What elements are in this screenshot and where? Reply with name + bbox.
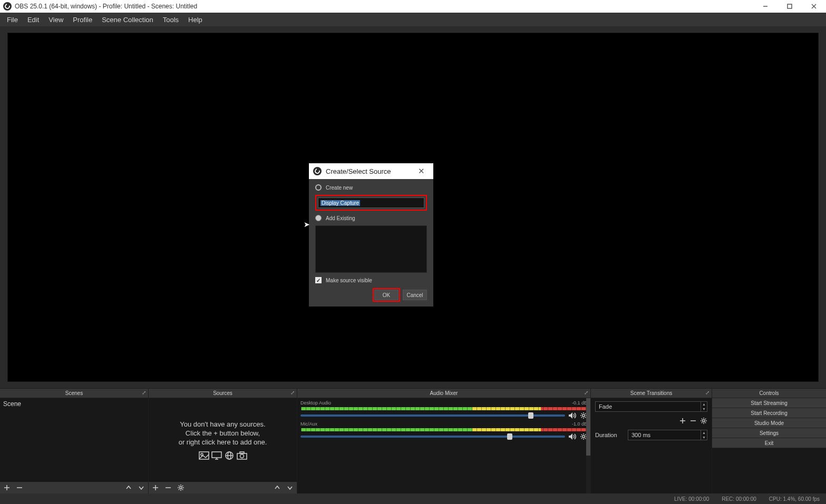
svg-point-17 — [240, 454, 244, 458]
dock-popout-icon[interactable]: ⤢ — [705, 390, 710, 396]
menu-tools[interactable]: Tools — [158, 14, 183, 25]
mixer-channel-db: -1.0 dB — [572, 421, 587, 427]
transition-remove-button[interactable] — [689, 417, 697, 424]
menu-edit[interactable]: Edit — [23, 14, 44, 25]
mixer-scrollbar[interactable] — [586, 398, 590, 493]
scene-list-item[interactable]: Scene — [0, 398, 148, 410]
radio-icon — [315, 184, 322, 191]
menu-file[interactable]: File — [2, 14, 23, 25]
mixer-volume-slider[interactable] — [300, 414, 565, 417]
status-live: LIVE: 00:00:00 — [674, 496, 709, 502]
existing-sources-list[interactable] — [315, 225, 427, 273]
create-select-source-dialog: Create/Select Source ✕ Create new Displa… — [309, 163, 433, 307]
menu-scene-collection[interactable]: Scene Collection — [97, 14, 158, 25]
svg-marker-22 — [569, 412, 572, 419]
svg-point-23 — [582, 414, 585, 417]
transition-add-button[interactable] — [679, 417, 686, 424]
dock-sources-title: Sources — [213, 390, 232, 396]
exit-button[interactable]: Exit — [712, 438, 826, 448]
dock-transitions-title: Scene Transitions — [630, 390, 673, 396]
window-title: OBS 25.0.1 (64-bit, windows) - Profile: … — [15, 3, 753, 10]
speaker-icon[interactable] — [568, 433, 577, 440]
dock-popout-icon[interactable]: ⤢ — [584, 390, 588, 396]
scene-remove-button[interactable] — [16, 484, 23, 491]
mixer-volume-slider[interactable] — [300, 436, 565, 438]
browser-source-icon — [224, 451, 235, 460]
dock-controls-title: Controls — [759, 390, 779, 396]
radio-icon — [315, 215, 322, 221]
sources-empty-line1: You don't have any sources. — [180, 420, 265, 428]
create-new-radio[interactable]: Create new — [315, 184, 427, 191]
window-close-button[interactable] — [802, 0, 826, 13]
transition-duration-value: 300 ms — [631, 432, 650, 438]
ok-button[interactable]: OK — [374, 290, 399, 300]
svg-point-21 — [180, 487, 182, 489]
transition-select[interactable]: Fade ▲▼ — [595, 401, 707, 412]
svg-point-29 — [703, 420, 705, 422]
svg-rect-16 — [240, 452, 244, 453]
obs-logo-icon — [3, 2, 12, 11]
transition-duration-label: Duration — [595, 432, 625, 438]
svg-point-8 — [201, 453, 203, 456]
create-new-label: Create new — [326, 185, 353, 191]
window-minimize-button[interactable] — [753, 0, 778, 13]
display-source-icon — [211, 451, 222, 460]
dialog-close-button[interactable]: ✕ — [413, 166, 429, 176]
dock-popout-icon[interactable]: ⤢ — [142, 390, 146, 396]
window-maximize-button[interactable] — [778, 0, 802, 13]
speaker-icon[interactable] — [568, 412, 577, 419]
mixer-channel-name: Mic/Aux — [300, 421, 317, 427]
mixer-channel-mic-aux: Mic/Aux-1.0 dB — [300, 421, 587, 440]
make-source-visible-checkbox[interactable]: ✓ Make source visible — [315, 277, 427, 283]
source-move-down-button[interactable] — [286, 484, 294, 491]
dock-popout-icon[interactable]: ⤢ — [290, 390, 295, 396]
settings-button[interactable]: Settings — [712, 428, 826, 438]
status-rec: REC: 00:00:00 — [722, 496, 756, 502]
menu-profile[interactable]: Profile — [68, 14, 97, 25]
source-name-input[interactable]: Display Capture — [318, 197, 424, 208]
dock-scene-transitions: Scene Transitions⤢ Fade ▲▼ Duration 300 … — [591, 389, 712, 493]
start-recording-button[interactable]: Start Recording — [712, 408, 826, 418]
scene-move-down-button[interactable] — [138, 484, 145, 491]
checkbox-icon: ✓ — [315, 277, 322, 283]
scene-add-button[interactable] — [3, 484, 11, 491]
dialog-title: Create/Select Source — [326, 167, 391, 175]
dock-mixer-title: Audio Mixer — [430, 390, 458, 396]
dock-audio-mixer: Audio Mixer⤢ Desktop Audio-0.1 dB Mic/A — [297, 389, 591, 493]
mixer-level-meter — [300, 428, 587, 432]
menu-view[interactable]: View — [44, 14, 68, 25]
sources-list[interactable]: You don't have any sources. Click the + … — [149, 398, 297, 482]
mixer-channel-db: -0.1 dB — [572, 400, 587, 406]
dock-sources: Sources⤢ You don't have any sources. Cli… — [149, 389, 297, 493]
svg-rect-1 — [788, 4, 792, 8]
dock-scenes: Scenes⤢ Scene — [0, 389, 149, 493]
status-cpu: CPU: 1.4%, 60.00 fps — [769, 496, 820, 502]
gear-icon[interactable] — [700, 417, 707, 424]
source-remove-button[interactable] — [164, 484, 172, 491]
source-properties-button[interactable] — [177, 484, 184, 491]
dock-controls: Controls Start Streaming Start Recording… — [712, 389, 826, 493]
annotation-highlight: Display Capture — [315, 195, 427, 211]
add-existing-radio[interactable]: Add Existing — [315, 215, 427, 221]
source-move-up-button[interactable] — [274, 484, 281, 491]
make-source-visible-label: Make source visible — [326, 278, 372, 283]
mixer-channel-name: Desktop Audio — [300, 400, 331, 406]
svg-rect-9 — [212, 452, 221, 458]
transition-duration-input[interactable]: 300 ms ▲▼ — [628, 430, 707, 440]
source-add-button[interactable] — [152, 484, 159, 491]
start-streaming-button[interactable]: Start Streaming — [712, 398, 826, 408]
scene-move-up-button[interactable] — [125, 484, 132, 491]
dock-scenes-title: Scenes — [65, 390, 83, 396]
mixer-level-meter — [300, 407, 587, 411]
sources-empty-line2: Click the + button below, — [186, 429, 260, 437]
image-source-icon — [199, 451, 209, 460]
svg-marker-24 — [569, 433, 572, 440]
studio-mode-button[interactable]: Studio Mode — [712, 418, 826, 428]
mixer-channel-desktop-audio: Desktop Audio-0.1 dB — [300, 400, 587, 419]
menu-help[interactable]: Help — [183, 14, 207, 25]
svg-point-25 — [582, 436, 585, 438]
transition-selected-value: Fade — [599, 403, 612, 410]
camera-source-icon — [237, 451, 247, 460]
cancel-button[interactable]: Cancel — [403, 290, 427, 300]
obs-logo-icon — [313, 167, 322, 175]
